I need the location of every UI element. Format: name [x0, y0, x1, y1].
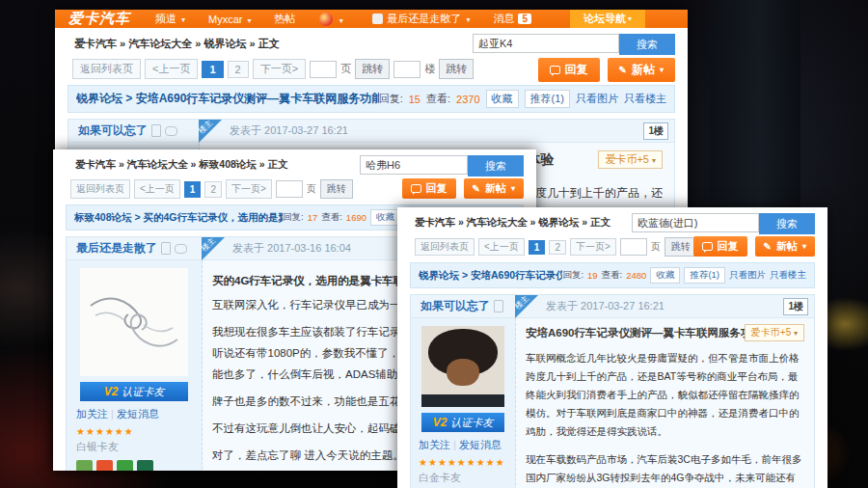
page-2-button[interactable]: 2 [549, 240, 566, 255]
author-name[interactable]: 如果可以忘了 [411, 298, 515, 314]
new-post-button[interactable]: ✎新帖 ▾ [608, 58, 675, 82]
page-2-button[interactable]: 2 [204, 181, 222, 198]
search-button[interactable]: 搜索 [759, 213, 815, 234]
breadcrumb[interactable]: 爱卡汽车 » 汽车论坛大全 » 锐界论坛 » 正文 [74, 38, 280, 49]
author-name[interactable]: 最后还是走散了 [67, 240, 202, 257]
star-rating: ★★★★★★★★★ [419, 457, 507, 468]
floor-jump-button[interactable]: 跳转 [439, 59, 474, 79]
author-name[interactable]: 如果可以忘了 [68, 122, 199, 139]
page-jump-button[interactable]: 跳转 [355, 59, 390, 79]
reply-button[interactable]: 回复 [402, 178, 456, 199]
avatar[interactable] [80, 268, 188, 376]
thread-title[interactable]: 锐界论坛 > 安培A690行车记录仪测评—翼卡车联网服务功能强大体验 [76, 91, 379, 107]
floor-unit-label: 楼 [424, 62, 435, 76]
view-count: 2370 [456, 94, 479, 105]
search-input[interactable] [360, 155, 468, 175]
search-input[interactable] [473, 34, 619, 53]
chevron-down-icon: ▾ [466, 15, 470, 24]
new-post-button[interactable]: ✎新帖 ▾ [755, 236, 815, 257]
breadcrumb[interactable]: 爱卡汽车 » 汽车论坛大全 » 标致408论坛 » 正文 [75, 158, 288, 170]
reply-count: 15 [409, 94, 420, 105]
floor-badge[interactable]: 1楼 [783, 298, 808, 315]
recommend-button[interactable]: 推荐(1) [525, 90, 570, 108]
chevron-down-icon: ▾ [248, 16, 252, 25]
pm-link[interactable]: 发短消息 [459, 439, 502, 450]
page-jump-input[interactable] [620, 238, 647, 256]
post-block: 如果可以忘了 楼主 发表于 2017-03-27 16:21 1楼 V2认证卡友… [410, 294, 815, 488]
member-rank: 白银卡友 [76, 440, 192, 454]
page-jump-input[interactable] [310, 61, 337, 78]
search-input[interactable] [632, 213, 759, 232]
thread-title[interactable]: 标致408论坛 > 买的4G行车记录仪，选用的是翼卡车联网服务，值不值得？ [74, 211, 283, 225]
floor-badge[interactable]: 1楼 [643, 122, 668, 140]
follow-link[interactable]: 加关注 [419, 439, 450, 450]
prev-page-button[interactable]: <上一页 [478, 238, 525, 256]
pagination-row: 返回列表页 <上一页 1 2 下一页> 页 跳转 楼 跳转 回复 ✎新帖 ▾ [55, 55, 688, 85]
only-images-link[interactable]: 只看图片 [729, 269, 766, 282]
floor-jump-input[interactable] [393, 61, 420, 78]
pm-link[interactable]: 发短消息 [117, 408, 159, 420]
thread-header-strip: 锐界论坛 > 安培A690行车记录仪测评—翼卡车联网服务功能强大体验 回复:19… [410, 262, 815, 288]
avatar[interactable] [421, 326, 504, 407]
page-unit-label: 页 [340, 62, 351, 76]
post-title: 安培A690行车记录仪测评—翼卡车联网服务功能强大体验 [526, 326, 745, 340]
search-box: 搜索 [632, 213, 815, 234]
breadcrumb[interactable]: 爱卡汽车 » 汽车论坛大全 » 锐界论坛 » 正文 [415, 216, 610, 228]
search-button[interactable]: 搜索 [619, 34, 675, 55]
collect-button[interactable]: 收藏 [650, 267, 680, 284]
prev-page-button[interactable]: <上一页 [134, 179, 180, 199]
nav-item-promo[interactable]: ▾ [319, 13, 343, 26]
back-to-list-button[interactable]: 返回列表页 [70, 179, 130, 199]
chevron-down-icon: ▾ [339, 16, 343, 25]
nav-item-hot-posts[interactable]: 热帖 [275, 12, 296, 26]
nav-item-channel[interactable]: 频道 ▾ [155, 12, 185, 26]
coin-badge[interactable]: 爱卡币+5 ▾ [598, 150, 663, 169]
reply-button[interactable]: 回复 [693, 236, 747, 257]
collect-button[interactable]: 收藏 [486, 90, 519, 108]
chevron-down-icon: ▾ [181, 15, 185, 24]
follow-link[interactable]: 加关注 [76, 408, 108, 420]
link-icon[interactable] [175, 244, 187, 254]
page-unit-label: 页 [651, 240, 661, 254]
reply-button[interactable]: 回复 [538, 58, 600, 82]
reply-count: 17 [308, 212, 318, 223]
page-1-button[interactable]: 1 [529, 240, 546, 255]
site-logo[interactable]: 爱卡汽车 [68, 10, 130, 28]
messages-menu[interactable]: 消息5 [493, 12, 531, 26]
page-1-button[interactable]: 1 [202, 61, 223, 78]
reply-bubble-icon [550, 66, 560, 74]
new-post-button[interactable]: ✎新帖 ▾ [464, 178, 524, 199]
forum-nav-button[interactable]: 论坛导航 ▾ [570, 10, 645, 28]
v2-member-badge: V2认证卡友 [80, 382, 188, 401]
only-op-link[interactable]: 只看楼主 [624, 92, 666, 106]
recommend-button[interactable]: 推荐(1) [684, 267, 725, 284]
breadcrumb-row: 爱卡汽车 » 汽车论坛大全 » 锐界论坛 » 正文 搜索 [55, 28, 688, 55]
handshake-sketch [86, 272, 182, 368]
next-page-button[interactable]: 下一页> [570, 238, 616, 256]
nav-item-myxcar[interactable]: Myxcar ▾ [208, 14, 252, 25]
link-icon[interactable] [165, 126, 177, 136]
page-2-button[interactable]: 2 [228, 61, 249, 78]
next-page-button[interactable]: 下一页> [253, 59, 306, 79]
coin-badge[interactable]: 爱卡币+5 ▾ [745, 324, 804, 341]
chevron-down-icon: ▾ [628, 14, 632, 23]
page-jump-button[interactable]: 跳转 [320, 179, 353, 199]
search-box: 搜索 [473, 34, 675, 55]
chevron-down-icon: ▾ [794, 329, 798, 338]
user-menu[interactable]: 最后还是走散了 ▾ [372, 12, 470, 26]
page-1-button[interactable]: 1 [184, 181, 202, 198]
back-to-list-button[interactable]: 返回列表页 [415, 238, 475, 256]
badge-icons: — [76, 460, 163, 471]
next-page-button[interactable]: 下一页> [226, 179, 272, 199]
page-jump-input[interactable] [276, 180, 303, 198]
view-count: 1690 [346, 212, 366, 223]
thread-title[interactable]: 锐界论坛 > 安培A690行车记录仪测评—翼卡车联网服务功能强大体验 [419, 269, 562, 283]
search-button[interactable]: 搜索 [468, 155, 524, 176]
only-op-link[interactable]: 只看楼主 [770, 269, 806, 282]
collect-button[interactable]: 收藏 [370, 209, 400, 226]
member-rank: 白金卡友 [419, 471, 507, 485]
chevron-down-icon: ▾ [652, 156, 656, 165]
back-to-list-button[interactable]: 返回列表页 [72, 59, 141, 79]
prev-page-button[interactable]: <上一页 [145, 59, 198, 79]
only-images-link[interactable]: 只看图片 [576, 92, 618, 106]
